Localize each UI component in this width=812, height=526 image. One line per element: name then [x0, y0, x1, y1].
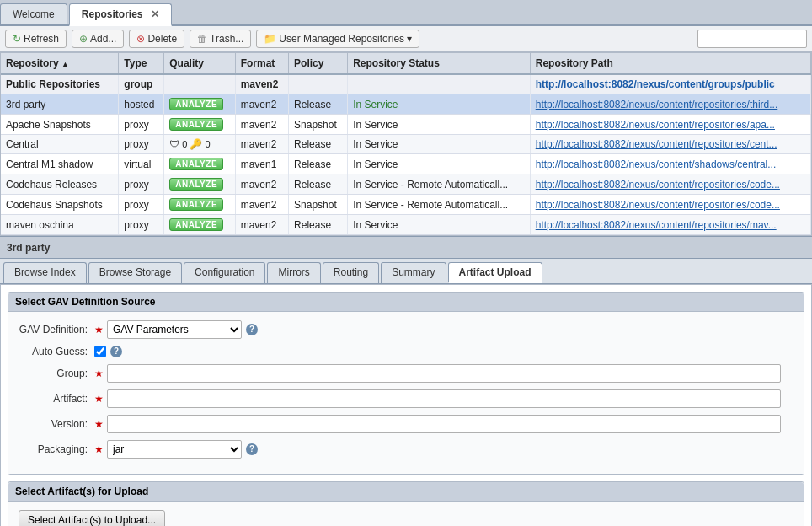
refresh-button[interactable]: ↻ Refresh: [5, 30, 67, 48]
repo-path[interactable]: http://localhost:8082/nexus/content/repo…: [530, 135, 810, 154]
repo-quality: ANALYZE: [164, 174, 235, 195]
upload-button-row: Select Artifact(s) to Upload...: [19, 510, 793, 526]
repo-path[interactable]: http://localhost:8082/nexus/content/repo…: [530, 174, 810, 195]
tab-mirrors[interactable]: Mirrors: [267, 262, 320, 283]
gav-form-body: GAV Definition: ★ GAV Parameters POM ? A…: [8, 312, 804, 474]
repo-policy: [289, 74, 348, 94]
table-row[interactable]: 3rd party hosted ANALYZE maven2 Release …: [1, 94, 811, 115]
repo-name: Central M1 shadow: [1, 154, 119, 174]
table-row[interactable]: Central proxy 🛡 0 🔑 0 maven2 Release In …: [1, 135, 811, 154]
upload-section: Select Artifact(s) for Upload Select Art…: [8, 481, 804, 526]
gav-definition-select[interactable]: GAV Parameters POM: [107, 320, 242, 339]
table-row[interactable]: maven oschina proxy ANALYZE maven2 Relea…: [1, 215, 811, 235]
repo-policy: Snapshot: [289, 115, 348, 135]
help-icon[interactable]: ?: [246, 324, 258, 335]
repo-status: In Service: [348, 115, 531, 135]
table-row[interactable]: Codehaus Releases proxy ANALYZE maven2 R…: [1, 174, 811, 195]
tab-routing[interactable]: Routing: [323, 262, 379, 283]
tab-artifact-upload[interactable]: Artifact Upload: [448, 262, 542, 283]
shield-badge: 🛡 0 🔑 0: [169, 138, 210, 150]
repo-path[interactable]: http://localhost:8082/nexus/content/repo…: [530, 195, 810, 215]
repo-type: group: [119, 74, 164, 94]
packaging-row: Packaging: ★ jar war pom ear zip ?: [19, 440, 793, 459]
selected-repo-title: 3rd party: [0, 236, 812, 259]
repo-quality: ANALYZE: [164, 154, 235, 174]
shield-icon: 🛡: [169, 138, 179, 150]
repo-policy: Release: [289, 174, 348, 195]
repo-quality: ANALYZE: [164, 94, 235, 115]
repo-status: In Service - Remote Automaticall...: [348, 174, 531, 195]
repo-policy: Release: [289, 94, 348, 115]
gav-section: Select GAV Definition Source GAV Definit…: [8, 292, 804, 475]
col-header-format[interactable]: Format: [235, 53, 288, 74]
group-input[interactable]: [107, 364, 781, 383]
help-icon-auto-guess[interactable]: ?: [110, 346, 122, 357]
auto-guess-checkbox[interactable]: [94, 346, 106, 357]
col-header-type[interactable]: Type: [119, 53, 164, 74]
repo-type: proxy: [119, 195, 164, 215]
col-header-repository[interactable]: Repository ▲: [1, 53, 119, 74]
repo-quality: ANALYZE: [164, 195, 235, 215]
tab-browse-index[interactable]: Browse Index: [3, 262, 87, 283]
repo-format: maven1: [235, 154, 288, 174]
table-row[interactable]: Central M1 shadow virtual ANALYZE maven1…: [1, 154, 811, 174]
user-managed-button[interactable]: 📁 User Managed Repositories ▾: [256, 30, 419, 48]
repo-path[interactable]: http://localhost:8082/nexus/content/repo…: [530, 94, 810, 115]
repo-path[interactable]: http://localhost:8082/nexus/content/shad…: [530, 154, 810, 174]
delete-button[interactable]: ⊗ Delete: [129, 30, 184, 48]
auto-guess-label: Auto Guess:: [19, 346, 94, 357]
tab-configuration[interactable]: Configuration: [184, 262, 265, 283]
repo-format: maven2: [235, 135, 288, 154]
artifact-input[interactable]: [107, 389, 781, 408]
close-tab-icon[interactable]: ✕: [151, 8, 159, 20]
artifact-row: Artifact: ★: [19, 389, 793, 408]
bottom-tab-bar: Browse Index Browse Storage Configuratio…: [0, 259, 812, 284]
col-header-status[interactable]: Repository Status: [348, 53, 531, 74]
tab-welcome[interactable]: Welcome: [0, 3, 67, 24]
analyze-button[interactable]: ANALYZE: [169, 98, 223, 110]
trash-button[interactable]: 🗑 Trash...: [190, 30, 251, 48]
col-header-quality[interactable]: Quality: [164, 53, 235, 74]
repo-name: 3rd party: [1, 94, 119, 115]
repo-path[interactable]: http://localhost:8082/nexus/content/repo…: [530, 215, 810, 235]
help-icon-packaging[interactable]: ?: [246, 443, 258, 455]
analyze-button[interactable]: ANALYZE: [169, 178, 223, 191]
repo-name: Public Repositories: [1, 74, 119, 94]
repo-name: Central: [1, 135, 119, 154]
repository-table: Repository ▲ Type Quality Format Policy …: [1, 53, 811, 235]
repo-path[interactable]: http://localhost:8082/nexus/content/grou…: [530, 74, 810, 94]
analyze-button[interactable]: ANALYZE: [169, 118, 223, 131]
repo-name: maven oschina: [1, 215, 119, 235]
key-icon: 🔑: [190, 138, 202, 150]
table-row[interactable]: Apache Snapshots proxy ANALYZE maven2 Sn…: [1, 115, 811, 135]
packaging-select[interactable]: jar war pom ear zip: [107, 440, 242, 459]
repo-status: In Service: [348, 215, 531, 235]
tab-repositories[interactable]: Repositories ✕: [69, 3, 172, 26]
analyze-button[interactable]: ANALYZE: [169, 198, 223, 211]
delete-icon: ⊗: [136, 33, 145, 45]
select-artifact-button[interactable]: Select Artifact(s) to Upload...: [19, 510, 165, 526]
repo-name: Codehaus Snapshots: [1, 195, 119, 215]
group-label: Group:: [19, 368, 94, 379]
analyze-button[interactable]: ANALYZE: [169, 158, 223, 170]
required-star-group: ★: [94, 368, 104, 379]
repo-policy: Release: [289, 154, 348, 174]
repo-quality: ANALYZE: [164, 115, 235, 135]
trash-icon: 🗑: [197, 33, 207, 45]
repo-quality: 🛡 0 🔑 0: [164, 135, 235, 154]
tab-summary[interactable]: Summary: [381, 262, 446, 283]
version-input[interactable]: [107, 415, 781, 433]
required-star-packaging: ★: [94, 443, 104, 455]
repo-type: proxy: [119, 215, 164, 235]
tab-browse-storage[interactable]: Browse Storage: [88, 262, 182, 283]
add-button[interactable]: ⊕ Add...: [72, 30, 124, 48]
table-row[interactable]: Public Repositories group maven2 http://…: [1, 74, 811, 94]
search-input[interactable]: [697, 30, 807, 48]
repo-path[interactable]: http://localhost:8082/nexus/content/repo…: [530, 115, 810, 135]
analyze-button[interactable]: ANALYZE: [169, 218, 223, 231]
col-header-policy[interactable]: Policy: [289, 53, 348, 74]
table-row[interactable]: Codehaus Snapshots proxy ANALYZE maven2 …: [1, 195, 811, 215]
col-header-path[interactable]: Repository Path: [530, 53, 810, 74]
repo-type: hosted: [119, 94, 164, 115]
repo-quality: [164, 74, 235, 94]
